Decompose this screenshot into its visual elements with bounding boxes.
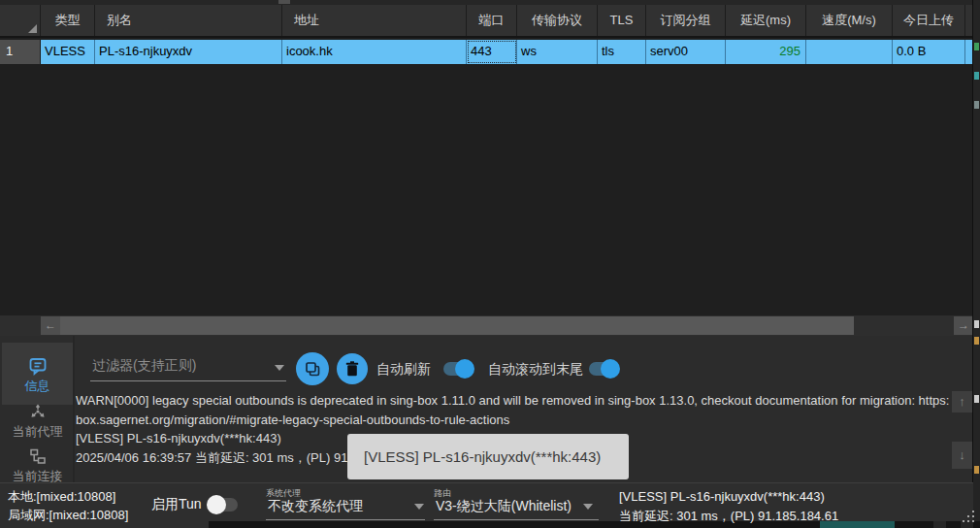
trash-icon [345, 361, 359, 377]
sliver-mark [974, 101, 979, 109]
horizontal-scrollbar-thumb[interactable] [60, 316, 854, 335]
arrow-right-icon: → [958, 318, 969, 332]
local-listen-address: 本地:[mixed:10808] [8, 488, 115, 506]
cell-type[interactable]: VLESS [41, 40, 95, 64]
system-proxy-select[interactable]: 不改变系统代理 [268, 498, 363, 515]
cell-port[interactable]: 443 [467, 40, 517, 64]
toggle-knob [207, 495, 226, 514]
auto-scroll-toggle[interactable] [589, 362, 618, 376]
proxy-table: 类型 别名 地址 端口 传输协议 TLS 订阅分组 延迟(ms) 速度(M/s)… [0, 0, 973, 336]
cell-address[interactable]: icook.hk [282, 40, 467, 64]
sliver-mark [974, 466, 979, 474]
auto-refresh-label: 自动刷新 [376, 361, 431, 377]
sliver-mark [974, 337, 979, 345]
node-tooltip: [VLESS] PL-s16-njkuyxdv(***hk:443) [347, 434, 629, 479]
column-header-address[interactable]: 地址 [282, 5, 467, 36]
log-line: box.sagernet.org/migration/#migrate-lega… [76, 411, 949, 430]
arrow-up-icon: ↑ [959, 394, 965, 409]
column-header-transport[interactable]: 传输协议 [517, 5, 598, 36]
sidebar-item-info[interactable]: 信息 [2, 343, 73, 405]
column-header-upload[interactable]: 今日上传 [893, 5, 965, 36]
table-header-row: 类型 别名 地址 端口 传输协议 TLS 订阅分组 延迟(ms) 速度(M/s)… [0, 5, 973, 38]
toggle-knob [455, 359, 474, 379]
column-header-speed[interactable]: 速度(M/s) [806, 5, 893, 36]
cell-upload-today[interactable]: 0.0 B [893, 40, 965, 64]
log-line: WARN[0000] legacy special outbounds is d… [76, 391, 949, 411]
cell-tls[interactable]: tls [598, 40, 646, 64]
current-node-text: [VLESS] PL-s16-njkuyxdv(***hk:443) [619, 489, 825, 504]
auto-refresh-toggle[interactable] [443, 362, 473, 376]
background-window-sliver [973, 0, 980, 521]
copy-icon [305, 361, 321, 378]
scroll-right-button[interactable]: → [954, 316, 973, 335]
share-arrows-icon [28, 402, 48, 421]
sidebar-item-label: 当前连接 [13, 469, 63, 483]
current-latency-text: 当前延迟: 301 ms，(PL) 91.185.184.61 [619, 508, 838, 525]
enable-tun-toggle[interactable] [209, 498, 238, 512]
horizontal-scrollbar[interactable]: ← → [0, 315, 973, 336]
app-window: 类型 别名 地址 端口 传输协议 TLS 订阅分组 延迟(ms) 速度(M/s)… [0, 0, 980, 528]
cell-alias[interactable]: PL-s16-njkuyxdv [95, 40, 282, 64]
dropdown-underline [434, 519, 599, 520]
column-header-type[interactable]: 类型 [41, 5, 95, 36]
toggle-knob [601, 359, 620, 379]
filter-input[interactable] [90, 355, 267, 373]
sidebar-item-current-proxy[interactable]: 当前代理 [2, 402, 73, 443]
sliver-mark [974, 43, 979, 50]
column-header-port[interactable]: 端口 [467, 5, 517, 36]
sidebar-separator [73, 336, 75, 482]
arrow-down-icon: ↓ [959, 447, 965, 462]
cell-transport[interactable]: ws [517, 40, 598, 64]
enable-tun-label: 启用Tun [151, 496, 202, 513]
cell-group[interactable]: serv00 [646, 40, 726, 64]
column-header-tls[interactable]: TLS [598, 5, 646, 36]
chevron-down-icon[interactable] [275, 365, 284, 371]
sliver-mark [974, 72, 979, 80]
sliver-mark [974, 320, 979, 328]
connections-icon [28, 446, 48, 466]
lan-listen-address: 局域网:[mixed:10808] [8, 507, 128, 524]
row-number-cell[interactable]: 1 [0, 40, 41, 64]
select-all-corner[interactable] [0, 5, 41, 36]
dropdown-underline [266, 519, 425, 520]
proxy-table-row[interactable]: 1 VLESS PL-s16-njkuyxdv icook.hk 443 ws … [0, 40, 973, 64]
arrow-left-icon: ← [45, 318, 56, 332]
sidebar-item-label: 当前代理 [13, 424, 63, 439]
column-header-alias[interactable]: 别名 [95, 5, 282, 36]
sliver-mark [974, 395, 979, 403]
sidebar-item-label: 信息 [25, 379, 50, 393]
log-filter-field [90, 355, 286, 381]
resize-grip-icon[interactable] [963, 511, 976, 522]
scroll-left-button[interactable]: ← [41, 316, 60, 335]
status-bar: 本地:[mixed:10808] 局域网:[mixed:10808] 启用Tun… [0, 482, 973, 521]
cell-latency[interactable]: 295 [726, 40, 806, 64]
route-select[interactable]: V3-绕过大陆(Whitelist) [436, 498, 572, 515]
cell-speed[interactable] [806, 40, 893, 64]
chevron-down-icon[interactable] [583, 504, 593, 510]
log-scroll-down-button[interactable]: ↓ [952, 442, 972, 469]
chevron-down-icon[interactable] [414, 504, 424, 510]
decorative-notch [278, 0, 290, 4]
taskbar-segment [961, 521, 973, 528]
clear-log-button[interactable] [337, 353, 368, 384]
column-header-latency[interactable]: 延迟(ms) [726, 5, 806, 36]
log-scroll-up-button[interactable]: ↑ [952, 391, 972, 412]
taskbar-segment [933, 521, 946, 528]
column-header-group[interactable]: 订阅分组 [646, 5, 726, 36]
auto-scroll-label: 自动滚动到末尾 [488, 361, 583, 377]
sidebar-item-current-connections[interactable]: 当前连接 [2, 446, 73, 485]
copy-log-button[interactable] [296, 352, 329, 385]
corner-triangle-icon [28, 24, 37, 33]
message-icon [28, 356, 48, 376]
